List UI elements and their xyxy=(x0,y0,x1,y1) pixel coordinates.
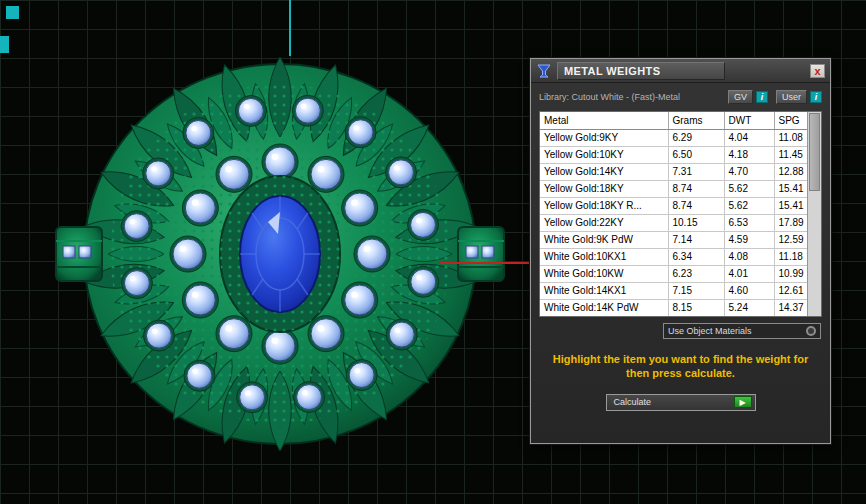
user-info-icon[interactable]: i xyxy=(810,91,822,103)
table-cell: Yellow Gold:18KY xyxy=(540,180,668,197)
left-shank xyxy=(56,227,102,281)
column-header: Grams xyxy=(668,112,724,129)
table-row[interactable]: White Gold:14KX17.154.6012.61 xyxy=(540,282,822,299)
table-cell: White Gold:9K PdW xyxy=(540,231,668,248)
right-shank xyxy=(458,227,504,281)
table-row[interactable]: Yellow Gold:10KY6.504.1811.45 xyxy=(540,146,822,163)
table-cell: 6.53 xyxy=(724,214,774,231)
table-cell: Yellow Gold:14KY xyxy=(540,163,668,180)
table-cell: 8.74 xyxy=(668,197,724,214)
instruction-text: Highlight the item you want to find the … xyxy=(543,352,818,381)
table-cell: Yellow Gold:10KY xyxy=(540,146,668,163)
table-cell: 5.62 xyxy=(724,180,774,197)
table-cell: 6.34 xyxy=(668,248,724,265)
play-icon: ▶ xyxy=(734,396,752,408)
center-gem xyxy=(240,196,320,312)
library-label: Library: Cutout White - (Fast)-Metal xyxy=(539,92,725,102)
table-cell: 4.60 xyxy=(724,282,774,299)
table-cell: White Gold:14K PdW xyxy=(540,299,668,316)
materials-dropdown-label: Use Object Materials xyxy=(668,326,752,336)
table-row[interactable]: Yellow Gold:18KY8.745.6215.41 xyxy=(540,180,822,197)
calculate-button[interactable]: Calculate ▶ xyxy=(606,394,756,411)
z-axis-line xyxy=(289,0,291,56)
gv-info-icon[interactable]: i xyxy=(756,91,768,103)
table-cell: Yellow Gold:22KY xyxy=(540,214,668,231)
table-row[interactable]: Yellow Gold:22KY10.156.5317.89 xyxy=(540,214,822,231)
table-row[interactable]: Yellow Gold:9KY6.294.0411.08 xyxy=(540,129,822,146)
materials-dropdown[interactable]: Use Object Materials xyxy=(663,323,821,339)
table-cell: Yellow Gold:18KY R... xyxy=(540,197,668,214)
table-cell: White Gold:10KW xyxy=(540,265,668,282)
gv-button[interactable]: GV xyxy=(728,90,753,104)
table-cell: 8.15 xyxy=(668,299,724,316)
table-row[interactable]: White Gold:10KX16.344.0811.18 xyxy=(540,248,822,265)
user-button[interactable]: User xyxy=(776,90,807,104)
table-scrollbar[interactable] xyxy=(807,112,821,316)
dropdown-indicator-icon xyxy=(806,326,816,336)
x-axis-line xyxy=(440,262,540,264)
column-header: Metal xyxy=(540,112,668,129)
table-cell: 7.31 xyxy=(668,163,724,180)
metal-weights-icon xyxy=(536,63,552,79)
table-cell: Yellow Gold:9KY xyxy=(540,129,668,146)
table-row[interactable]: White Gold:14K PdW8.155.2414.37 xyxy=(540,299,822,316)
table-cell: 6.29 xyxy=(668,129,724,146)
ring-model xyxy=(55,52,505,457)
table-cell: 5.24 xyxy=(724,299,774,316)
scrollbar-thumb[interactable] xyxy=(809,113,820,191)
table-cell: 6.50 xyxy=(668,146,724,163)
calculate-label: Calculate xyxy=(614,397,652,407)
table-cell: 5.62 xyxy=(724,197,774,214)
metal-weights-dialog: METAL WEIGHTS x Library: Cutout White - … xyxy=(530,58,831,444)
table-cell: 4.01 xyxy=(724,265,774,282)
table-cell: White Gold:10KX1 xyxy=(540,248,668,265)
table-cell: 7.15 xyxy=(668,282,724,299)
table-cell: 4.70 xyxy=(724,163,774,180)
table-cell: White Gold:14KX1 xyxy=(540,282,668,299)
table-header-row: MetalGramsDWTSPG xyxy=(540,112,822,129)
table-cell: 4.08 xyxy=(724,248,774,265)
table-cell: 6.23 xyxy=(668,265,724,282)
table-row[interactable]: Yellow Gold:14KY7.314.7012.88 xyxy=(540,163,822,180)
table-row[interactable]: White Gold:9K PdW7.144.5912.59 xyxy=(540,231,822,248)
viewport-marker-icon xyxy=(6,6,19,19)
table-cell: 4.59 xyxy=(724,231,774,248)
close-icon[interactable]: x xyxy=(810,64,825,78)
dialog-title: METAL WEIGHTS xyxy=(557,62,725,80)
table-cell: 10.15 xyxy=(668,214,724,231)
column-header: DWT xyxy=(724,112,774,129)
dialog-titlebar[interactable]: METAL WEIGHTS x xyxy=(531,59,830,83)
table-row[interactable]: White Gold:10KW6.234.0110.99 xyxy=(540,265,822,282)
viewport-marker-icon xyxy=(0,36,9,53)
table-cell: 4.04 xyxy=(724,129,774,146)
table-cell: 4.18 xyxy=(724,146,774,163)
table-cell: 8.74 xyxy=(668,180,724,197)
table-row[interactable]: Yellow Gold:18KY R...8.745.6215.41 xyxy=(540,197,822,214)
table-cell: 7.14 xyxy=(668,231,724,248)
dialog-subheader: Library: Cutout White - (Fast)-Metal GV … xyxy=(531,83,830,111)
metal-weights-table: MetalGramsDWTSPG Yellow Gold:9KY6.294.04… xyxy=(539,111,822,317)
